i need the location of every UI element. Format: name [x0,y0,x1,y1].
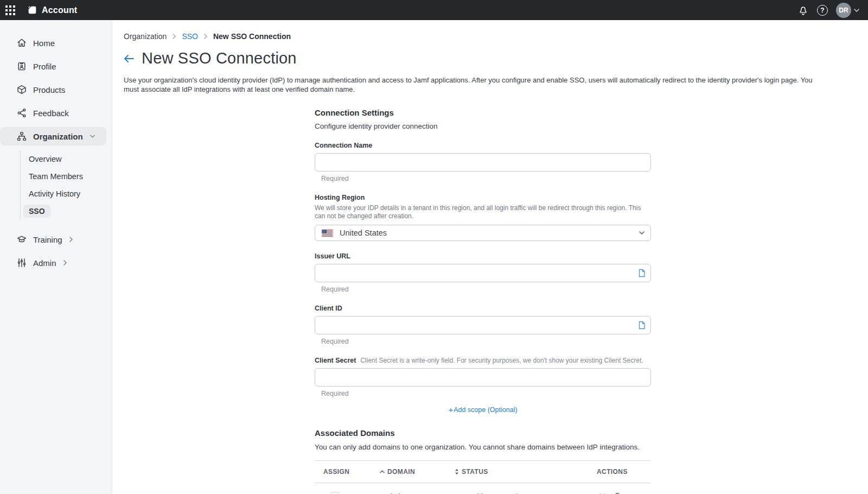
sidebar-item-sso[interactable]: SSO [29,202,112,220]
app-grid-button[interactable] [5,5,15,15]
sidebar-item-label: Feedback [33,109,69,118]
back-button[interactable] [124,54,135,63]
add-scope-label: Add scope (Optional) [454,406,517,414]
status-text: Used in [461,492,487,494]
sidebar-item-overview[interactable]: Overview [29,150,112,168]
sub-item-label: Overview [29,155,61,163]
sidebar-item-team-members[interactable]: Team Members [29,168,112,185]
sidebar-item-organization[interactable]: Organization [0,127,106,145]
associated-domains-description: You can only add domains to one organiza… [315,443,651,451]
chevron-right-icon [63,260,67,265]
page-title: New SSO Connection [142,49,297,67]
client-secret-field-group: Client Secret Client Secret is a write-o… [315,357,651,397]
home-icon [16,37,27,48]
account-menu-button[interactable]: DR [836,3,859,18]
sub-item-label: Team Members [29,172,83,181]
issuer-url-input-wrap [315,264,651,282]
issuer-url-paste-button[interactable] [638,269,646,277]
box-icon [16,84,27,95]
hosting-region-field-group: Hosting Region We will store your IDP de… [315,194,651,241]
sidebar-item-training[interactable]: Training [0,230,112,249]
sidebar-item-label: Profile [33,62,56,71]
breadcrumb-current: New SSO Connection [213,32,291,41]
connection-settings-subheading: Configure identity provider connection [315,122,651,130]
sidebar-item-admin[interactable]: Admin [0,254,112,272]
header-status[interactable]: STATUS [455,468,597,476]
sort-asc-icon [380,470,385,473]
sidebar-item-profile[interactable]: Profile [0,57,112,75]
graduation-cap-icon [16,234,27,245]
sidebar: Home Profile Products Feedback Organizat… [0,20,112,494]
assign-cell [323,492,380,494]
title-row: New SSO Connection [124,49,868,67]
app-title: Account [42,5,77,15]
trash-icon [612,492,622,494]
domain-cell: abcinc.com [380,492,455,494]
status-cell: Used in connection [455,492,597,494]
client-id-input[interactable] [320,316,635,334]
client-secret-label: Client Secret [315,357,356,364]
connection-name-input[interactable] [320,154,646,171]
avatar: DR [836,3,851,18]
organization-submenu: Overview Team Members Activity History S… [20,150,112,220]
header-label: ACTIONS [597,468,628,476]
table-row: abcinc.com Used in connection [315,483,651,494]
jamf-logo-icon [27,5,37,15]
connection-link[interactable]: connection [489,492,526,494]
header-label: STATUS [462,468,488,476]
connection-settings-heading: Connection Settings [315,108,651,117]
client-secret-label-row: Client Secret Client Secret is a write-o… [315,357,651,364]
sidebar-item-activity-history[interactable]: Activity History [29,185,112,202]
question-mark-icon: ? [820,7,824,14]
org-chart-icon [16,131,27,142]
sub-item-label: Activity History [29,189,80,198]
breadcrumb-separator-icon [204,34,207,39]
sidebar-item-label: Organization [33,132,83,141]
brand[interactable]: Account [27,5,77,15]
topbar-left: Account [5,5,77,15]
grid-icon [5,5,15,15]
assign-checkbox[interactable] [330,492,340,494]
required-hint: Required [321,390,651,397]
notifications-button[interactable] [797,4,809,16]
header-domain[interactable]: DOMAIN [380,468,455,476]
hosting-region-label: Hosting Region [315,194,651,201]
edit-button[interactable] [597,492,607,494]
plus-icon: + [448,406,453,414]
sidebar-item-label: Admin [33,258,56,268]
sidebar-item-label: Training [33,235,62,244]
issuer-url-input[interactable] [320,264,635,282]
sliders-icon [16,257,27,268]
client-secret-input[interactable] [320,369,646,386]
client-id-input-wrap [315,316,651,334]
header-label: ASSIGN [323,468,349,476]
hosting-region-select[interactable]: United States [315,225,651,241]
breadcrumb-organization[interactable]: Organization [124,32,167,41]
help-button[interactable]: ? [817,5,828,16]
client-secret-input-wrap [315,368,651,387]
connection-name-label: Connection Name [315,142,651,149]
chevron-down-icon [854,9,859,12]
add-scope-row: + Add scope (Optional) [315,406,651,414]
hosting-region-helper: We will store your IDP details in a tena… [315,204,648,220]
sidebar-item-feedback[interactable]: Feedback [0,104,112,122]
main-content: Organization SSO New SSO Connection New … [112,20,868,494]
document-copy-icon [638,269,646,277]
required-hint: Required [321,286,651,293]
sidebar-item-home[interactable]: Home [0,34,112,52]
hosting-region-value: United States [340,229,387,237]
topbar-right: ? DR [797,3,859,18]
breadcrumb-sso[interactable]: SSO [182,32,198,41]
actions-cell [597,492,651,494]
client-id-label: Client ID [315,305,651,312]
delete-button[interactable] [612,492,622,494]
client-id-paste-button[interactable] [638,321,646,330]
sort-both-icon [455,468,459,475]
edit-icon [597,492,607,494]
sidebar-item-products[interactable]: Products [0,80,112,99]
add-scope-button[interactable]: + Add scope (Optional) [448,406,517,414]
chevron-down-icon [639,231,644,235]
connection-name-input-wrap [315,153,651,172]
sso-form: Connection Settings Configure identity p… [315,108,651,494]
header-assign: ASSIGN [323,468,380,476]
